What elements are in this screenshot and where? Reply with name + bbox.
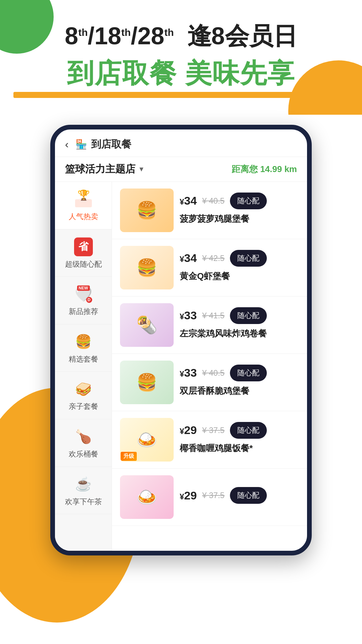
price-current-0: ¥34 [180,194,197,207]
add-button-5[interactable]: 随心配 [230,487,267,504]
header-title-text: 到店取餐 [91,138,131,151]
bucket-icon: 🍗 [73,427,94,447]
menu-list: 🍔 ¥34 ¥ 40.5 随心配 菠萝菠萝鸡腿堡餐 [112,182,307,551]
sidebar-label-bucket: 欢乐桶餐 [69,449,98,459]
food-image-4: 🍛 升级 [120,418,174,462]
menu-item-4: 🍛 升级 ¥29 ¥ 37.5 随心配 椰香咖喱鸡腿饭餐* [112,411,307,469]
add-button-1[interactable]: 随心配 [230,250,267,267]
food-info-1: ¥34 ¥ 42.5 随心配 黄金Q虾堡餐 [180,250,299,285]
sidebar-label-family: 亲子套餐 [69,402,98,412]
member-day-text: 逢8会员日 [187,22,297,49]
tea-icon: ☕ [73,474,94,494]
save-icon: 省 [73,237,94,257]
food-info-3: ¥33 ¥ 40.5 随心配 双层香酥脆鸡堡餐 [180,365,299,400]
add-button-3[interactable]: 随心配 [230,365,267,381]
price-row-1: ¥34 ¥ 42.5 随心配 [180,250,299,267]
menu-item-5: 🍛 ¥29 ¥ 37.5 随心配 [112,469,307,526]
food-info-4: ¥29 ¥ 37.5 随心配 椰香咖喱鸡腿饭餐* [180,422,299,458]
food-info-5: ¥29 ¥ 37.5 随心配 [180,487,299,507]
phone-header: ‹ 🏪 到店取餐 [55,129,307,157]
phone-frame: ‹ 🏪 到店取餐 篮球活力主题店 ▼ 距离您 14.99 km [50,125,312,555]
sidebar: 🏆 人气热卖 省 超级随心配 🤍 [55,182,112,551]
sidebar-item-hot[interactable]: 🏆 人气热卖 [55,182,112,229]
new-icon: 🤍 NEW D [73,284,94,304]
header-title-group: 🏪 到店取餐 [75,138,131,151]
banner-orange-divider [13,92,349,98]
family-icon: 🥪 [73,379,94,399]
price-original-1: ¥ 42.5 [202,254,225,263]
sidebar-label-tea: 欢享下午茶 [65,497,102,507]
upgrade-badge: 升级 [121,452,137,461]
price-current-5: ¥29 [180,489,197,502]
store-header-icon: 🏪 [75,139,87,150]
food-info-0: ¥34 ¥ 40.5 随心配 菠萝菠萝鸡腿堡餐 [180,193,299,228]
price-current-3: ¥33 [180,366,197,379]
food-name-3: 双层香酥脆鸡堡餐 [180,385,299,397]
food-image-2: 🌯 [120,303,174,347]
sidebar-item-bucket[interactable]: 🍗 欢乐桶餐 [55,419,112,467]
distance-prefix: 距离您 [232,164,258,174]
sidebar-item-new[interactable]: 🤍 NEW D 新品推荐 [55,277,112,324]
food-info-2: ¥33 ¥ 41.5 随心配 左宗棠鸡风味炸鸡卷餐 [180,307,299,343]
price-row-5: ¥29 ¥ 37.5 随心配 [180,487,299,504]
sidebar-item-meal[interactable]: 🍔 精选套餐 [55,324,112,372]
price-original-0: ¥ 40.5 [202,196,225,206]
food-image-1: 🍔 [120,246,174,289]
menu-item-2: 🌯 ¥33 ¥ 41.5 随心配 左宗棠鸡风味炸鸡卷餐 [112,297,307,354]
sidebar-item-save[interactable]: 省 超级随心配 [55,229,112,277]
banner-tagline: 到店取餐 美味先享 [13,56,349,92]
price-original-4: ¥ 37.5 [202,426,225,435]
store-name: 篮球活力主题店 [65,162,135,176]
banner-section: 8th/18th/28th 逢8会员日 到店取餐 美味先享 [0,0,362,115]
menu-item-0: 🍔 ¥34 ¥ 40.5 随心配 菠萝菠萝鸡腿堡餐 [112,182,307,239]
svg-text:🏆: 🏆 [77,189,90,201]
sidebar-label-hot: 人气热卖 [69,212,98,222]
food-name-1: 黄金Q虾堡餐 [180,270,299,282]
menu-item-1: 🍔 ¥34 ¥ 42.5 随心配 黄金Q虾堡餐 [112,239,307,297]
price-row-0: ¥34 ¥ 40.5 随心配 [180,193,299,209]
distance-value: 14.99 km [260,164,297,174]
back-button[interactable]: ‹ [65,138,69,151]
add-button-2[interactable]: 随心配 [230,307,267,324]
food-image-3: 🍔 [120,361,174,404]
menu-item-3: 🍔 ¥33 ¥ 40.5 随心配 双层香酥脆鸡堡餐 [112,354,307,411]
add-button-4[interactable]: 随心配 [230,422,267,439]
food-name-2: 左宗棠鸡风味炸鸡卷餐 [180,327,299,339]
store-dropdown-icon[interactable]: ▼ [138,165,145,173]
sidebar-item-tea[interactable]: ☕ 欢享下午茶 [55,467,112,515]
price-row-4: ¥29 ¥ 37.5 随心配 [180,422,299,439]
main-content: 🏆 人气热卖 省 超级随心配 🤍 [55,182,307,551]
price-row-3: ¥33 ¥ 40.5 随心配 [180,365,299,381]
distance-info: 距离您 14.99 km [232,163,297,175]
sidebar-item-family[interactable]: 🥪 亲子套餐 [55,372,112,419]
phone-wrapper: ‹ 🏪 到店取餐 篮球活力主题店 ▼ 距离您 14.99 km [0,115,362,555]
store-info-bar: 篮球活力主题店 ▼ 距离您 14.99 km [55,157,307,182]
hot-icon: 🏆 [73,189,94,209]
price-current-4: ¥29 [180,424,197,437]
food-image-0: 🍔 [120,189,174,232]
price-current-1: ¥34 [180,252,197,265]
sidebar-label-new: 新品推荐 [69,307,98,317]
price-original-2: ¥ 41.5 [202,311,225,320]
meal-icon: 🍔 [73,332,94,352]
food-name-4: 椰香咖喱鸡腿饭餐* [180,442,299,454]
price-original-5: ¥ 37.5 [202,491,225,500]
banner-dates: 8th/18th/28th 逢8会员日 [13,20,349,52]
food-name-0: 菠萝菠萝鸡腿堡餐 [180,213,299,225]
food-image-5: 🍛 [120,475,174,519]
price-original-3: ¥ 40.5 [202,368,225,378]
price-current-2: ¥33 [180,309,197,322]
sidebar-label-save: 超级随心配 [65,260,102,269]
price-row-2: ¥33 ¥ 41.5 随心配 [180,307,299,324]
sidebar-label-meal: 精选套餐 [69,355,98,364]
add-button-0[interactable]: 随心配 [230,193,267,209]
